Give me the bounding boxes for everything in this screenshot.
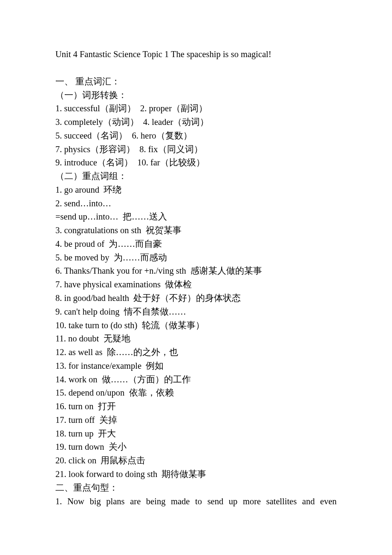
phrase-line-10: 9. can't help doing 情不自禁做……	[55, 305, 337, 319]
phrase-line-22: 21. look forward to doing sth 期待做某事	[55, 468, 337, 481]
phrase-line-8: 7. have physical examinations 做体检	[55, 278, 337, 292]
form-line-4: 7. physics（形容词） 8. fix（同义词）	[55, 143, 337, 156]
phrase-line-20: 19. turn down 关小	[55, 440, 337, 454]
phrase-line-5: 4. be proud of 为……而自豪	[55, 237, 337, 251]
phrase-line-7: 6. Thanks/Thank you for +n./ving sth 感谢某…	[55, 264, 337, 278]
phrase-line-11: 10. take turn to (do sth) 轮流（做某事）	[55, 319, 337, 332]
form-line-5: 9. introduce（名词） 10. far（比较级）	[55, 156, 337, 170]
form-line-1: 1. successful（副词） 2. proper（副词）	[55, 102, 337, 116]
section1-sub2-heading: （二）重点词组：	[55, 170, 337, 183]
phrase-line-2: 2. send…into…	[55, 197, 337, 211]
unit-title: Unit 4 Fantastic Science Topic 1 The spa…	[55, 48, 337, 61]
form-line-3: 5. succeed（名词） 6. hero（复数）	[55, 129, 337, 143]
phrase-line-9: 8. in good/bad health 处于好（不好）的身体状态	[55, 292, 337, 305]
phrase-line-18: 17. turn off 关掉	[55, 413, 337, 427]
phrase-line-12: 11. no doubt 无疑地	[55, 332, 337, 346]
phrase-line-4: 3. congratulations on sth 祝贺某事	[55, 224, 337, 237]
phrase-line-14: 13. for instance/example 例如	[55, 359, 337, 373]
phrase-line-13: 12. as well as 除……的之外，也	[55, 346, 337, 359]
phrase-line-21: 20. click on 用鼠标点击	[55, 454, 337, 468]
phrase-line-3: =send up…into… 把……送入	[55, 210, 337, 224]
section1-heading: 一、 重点词汇：	[55, 75, 337, 89]
section2-heading: 二、重点句型：	[55, 481, 337, 495]
form-line-2: 3. completely（动词） 4. leader（动词）	[55, 116, 337, 129]
sentence-line-1: 1. Now big plans are being made to send …	[55, 495, 337, 509]
phrase-line-15: 14. work on 做……（方面）的工作	[55, 373, 337, 387]
phrase-line-17: 16. turn on 打开	[55, 400, 337, 413]
phrase-line-19: 18. turn up 开大	[55, 427, 337, 441]
section1-sub1-heading: （一）词形转换：	[55, 89, 337, 102]
phrase-line-6: 5. be moved by 为……而感动	[55, 251, 337, 265]
phrase-line-16: 15. depend on/upon 依靠，依赖	[55, 386, 337, 400]
phrase-line-1: 1. go around 环绕	[55, 183, 337, 197]
